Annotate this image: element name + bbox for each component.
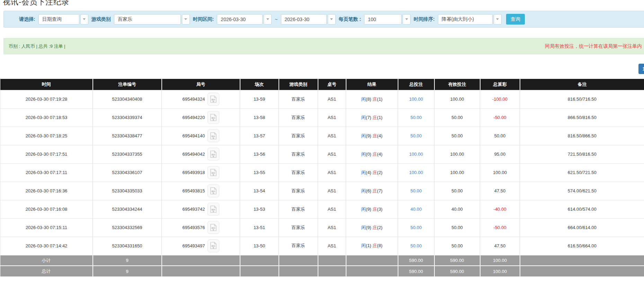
cell-time: 2026-03-30 07:15:11 (0, 218, 93, 237)
cell-session: 13-57 (240, 127, 279, 145)
cell-bet-no: 523304340408 (93, 90, 162, 108)
total-bet-link[interactable]: 40.00 (411, 207, 422, 212)
round-no-value: 695493742 (182, 207, 205, 212)
video-replay-button[interactable] (208, 203, 219, 216)
page-size-value[interactable]: 100 (364, 14, 402, 25)
grandtotal-row-note (520, 266, 644, 276)
query-type-value[interactable]: 日期查询 (38, 14, 79, 25)
cell-result: 闲(0) 庄(4) (346, 145, 398, 163)
cell-total-bet[interactable]: 100.00 (398, 163, 434, 182)
subtotal-row: 小计9590.00590.00100.00 (0, 255, 644, 266)
chevron-down-icon[interactable] (264, 14, 272, 25)
cell-total-bet[interactable]: 100.00 (398, 90, 434, 108)
cell-bet-no: 523304338477 (93, 127, 162, 145)
cell-table-no: AS1 (318, 108, 346, 127)
cell-bet-no: 523304337355 (93, 145, 162, 163)
chevron-down-icon[interactable] (182, 14, 190, 25)
video-file-icon (210, 132, 217, 140)
time-sort-value[interactable]: 降幂(由大到小) (438, 14, 493, 25)
table-row: 2026-03-30 07:15:11523304332569695493576… (0, 218, 644, 237)
round-no-wrap: 695494042 (162, 148, 240, 161)
cell-result: 闲(6) 庄(7) (346, 182, 398, 200)
cell-session: 13-56 (240, 145, 279, 163)
col-valid-bet: 有效投注 (434, 79, 480, 90)
video-file-icon (210, 169, 217, 176)
cell-valid-bet: 50.00 (434, 108, 480, 127)
video-replay-button[interactable] (208, 184, 219, 197)
video-replay-button[interactable] (208, 111, 219, 124)
date-from-input[interactable]: 2026-03-30 (217, 14, 263, 25)
cell-round-no: 695493742 (162, 200, 240, 218)
cell-table-no: AS1 (318, 145, 346, 163)
time-sort-select[interactable]: 降幂(由大到小) (438, 14, 502, 25)
chevron-down-icon[interactable] (494, 14, 502, 25)
result-player-points: (8) (366, 97, 373, 102)
chevron-down-icon[interactable] (403, 14, 411, 25)
page-size-select[interactable]: 100 (364, 14, 411, 25)
video-replay-button[interactable] (208, 148, 219, 161)
tilde-separator: ~ (275, 17, 277, 22)
round-no-wrap: 695494220 (162, 111, 240, 124)
pagination-page-1-button[interactable]: 1 (638, 64, 644, 74)
video-replay-button[interactable] (208, 221, 219, 234)
grandtotal-row-empty (279, 266, 318, 276)
result-player-points: (6) (366, 188, 373, 193)
cell-note: 664.00/614.00 (520, 218, 644, 237)
total-bet-link[interactable]: 100.00 (409, 170, 423, 175)
filter-panel: 请选择: 日期查询 游戏类别 百家乐 时间区间: 2026-03-30 ~ 20… (3, 11, 644, 28)
cell-valid-bet: 100.00 (434, 90, 480, 108)
cell-valid-bet: 100.00 (434, 163, 480, 182)
date-to-picker[interactable]: 2026-03-30 (281, 14, 336, 25)
query-type-select[interactable]: 日期查询 (38, 14, 88, 25)
total-bet-link[interactable]: 100.00 (409, 152, 423, 157)
cell-valid-bet: 50.00 (434, 182, 480, 200)
result-player-points: (9) (366, 207, 373, 212)
table-row: 2026-03-30 07:19:28523304340408695494324… (0, 90, 644, 108)
cell-note: 866.50/816.50 (520, 108, 644, 127)
cell-round-no: 695493918 (162, 163, 240, 182)
col-game-type: 游戏类别 (279, 79, 318, 90)
cell-bet-no: 523304335033 (93, 182, 162, 200)
total-bet-link[interactable]: 50.00 (411, 133, 422, 138)
video-replay-button[interactable] (208, 93, 219, 106)
valid-bet-notice: 同局有效投注，统一计算在该局第一张注单内 (545, 43, 642, 49)
total-bet-link[interactable]: 100.00 (409, 97, 423, 102)
game-type-value[interactable]: 百家乐 (114, 14, 181, 25)
cell-time: 2026-03-30 07:16:08 (0, 200, 93, 218)
date-from-picker[interactable]: 2026-03-30 (217, 14, 272, 25)
chevron-down-icon[interactable] (328, 14, 336, 25)
cell-note: 816.50/716.50 (520, 90, 644, 108)
cell-total-bet[interactable]: 40.00 (398, 200, 434, 218)
cell-total-bet[interactable]: 50.00 (398, 237, 434, 255)
cell-table-no: AS1 (318, 163, 346, 182)
cell-bet-no: 523304336107 (93, 163, 162, 182)
grandtotal-row-valid-bet: 590.00 (434, 266, 480, 276)
total-bet-link[interactable]: 50.00 (411, 243, 422, 248)
result-banker-points: (4) (377, 133, 382, 138)
cell-total-bet[interactable]: 50.00 (398, 127, 434, 145)
chevron-down-icon[interactable] (80, 14, 88, 25)
cell-total-bet[interactable]: 50.00 (398, 218, 434, 237)
cell-total-bet[interactable]: 50.00 (398, 182, 434, 200)
cell-valid-bet: 50.00 (434, 237, 480, 255)
total-bet-link[interactable]: 50.00 (411, 188, 422, 193)
cell-round-no: 695493576 (162, 218, 240, 237)
cell-total-bet[interactable]: 100.00 (398, 145, 434, 163)
video-replay-button[interactable] (208, 129, 219, 142)
video-replay-button[interactable] (208, 166, 219, 179)
result-player-label: 闲 (361, 207, 366, 212)
search-button[interactable]: 查询 (506, 14, 525, 25)
date-to-input[interactable]: 2026-03-30 (281, 14, 327, 25)
cell-session: 13-51 (240, 218, 279, 237)
cell-total-bet[interactable]: 50.00 (398, 108, 434, 127)
subtotal-row-total-bet: 590.00 (398, 255, 434, 266)
subtotal-row-count: 9 (93, 255, 162, 266)
round-no-value: 695493918 (182, 170, 205, 175)
total-bet-link[interactable]: 50.00 (411, 225, 422, 230)
total-bet-link[interactable]: 50.00 (411, 115, 422, 120)
cell-valid-bet: 100.00 (434, 145, 480, 163)
cell-note: 574.00/621.50 (520, 182, 644, 200)
game-type-select[interactable]: 百家乐 (114, 14, 190, 25)
video-replay-button[interactable] (208, 239, 219, 252)
result-player-label: 闲 (361, 188, 366, 193)
